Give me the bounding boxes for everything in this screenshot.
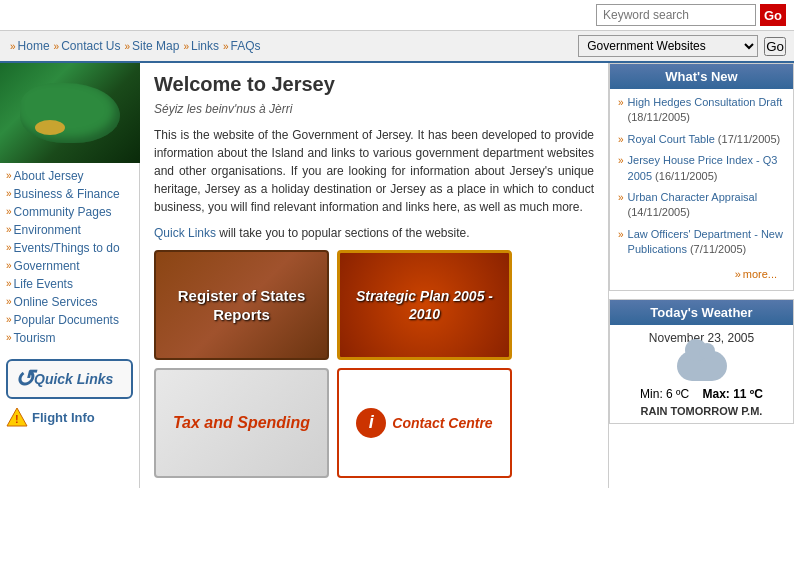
weather-icon-area	[618, 351, 785, 381]
search-input[interactable]	[596, 4, 756, 26]
flight-info-label: Flight Info	[32, 410, 95, 425]
map-island-shape	[20, 83, 120, 143]
flight-info-link[interactable]: ! Flight Info	[6, 407, 133, 427]
sidebar-item-life-events[interactable]: »Life Events	[0, 275, 139, 293]
sidebar-arrow: »	[6, 278, 12, 289]
news-link-royal-court[interactable]: Royal Court Table (17/11/2005)	[628, 132, 781, 147]
quick-links-box[interactable]: ↺ Quick Links	[6, 359, 133, 399]
weather-section: Today's Weather November 23, 2005 Min: 6…	[609, 299, 794, 424]
news-arrow-icon: »	[618, 192, 624, 203]
max-label: Max:	[703, 387, 730, 401]
government-websites-select[interactable]: Government WebsitesStates of JerseyHealt…	[578, 35, 758, 57]
banner-register[interactable]: Register of States Reports	[154, 250, 329, 360]
contact-i-icon: i	[356, 408, 386, 438]
sidebar-arrow: »	[6, 188, 12, 199]
quick-links-inline-link[interactable]: Quick Links	[154, 226, 216, 240]
map-water	[35, 120, 65, 135]
search-button[interactable]: Go	[760, 4, 786, 26]
sidebar-arrow: »	[6, 206, 12, 217]
sidebar-item-popular-documents[interactable]: »Popular Documents	[0, 311, 139, 329]
sidebar-item-tourism[interactable]: »Tourism	[0, 329, 139, 347]
banner-contact-centre[interactable]: i Contact Centre	[337, 368, 512, 478]
nav-arrow-home: »	[10, 41, 16, 52]
sidebar-item-business-finance[interactable]: »Business & Finance	[0, 185, 139, 203]
whats-new-section: What's New » High Hedges Consultation Dr…	[609, 63, 794, 291]
weather-temps: Min: 6 ºC Max: 11 ºC	[618, 387, 785, 401]
weather-description: RAIN TOMORROW P.M.	[618, 405, 785, 417]
sidebar-arrow: »	[6, 242, 12, 253]
content-area: Welcome to Jersey Séyiz les beinv'nus à …	[140, 63, 609, 488]
sidebar-arrow: »	[6, 332, 12, 343]
quick-links-text: Quick Links will take you to popular sec…	[154, 224, 594, 242]
weather-cloud-icon	[677, 351, 727, 381]
sidebar-arrow: »	[6, 224, 12, 235]
sidebar-nav: »About Jersey »Business & Finance »Commu…	[0, 163, 139, 351]
sidebar-arrow: »	[6, 314, 12, 325]
max-temp: 11 ºC	[733, 387, 763, 401]
weather-header: Today's Weather	[610, 300, 793, 325]
jersey-map-image	[0, 63, 140, 163]
news-item-urban-character: » Urban Character Appraisal (14/11/2005)	[618, 190, 785, 221]
page-subtitle: Séyiz les beinv'nus à Jèrri	[154, 100, 594, 118]
news-link-urban-character[interactable]: Urban Character Appraisal (14/11/2005)	[628, 190, 785, 221]
min-label: Min:	[640, 387, 663, 401]
banners-area: Register of States Reports Strategic Pla…	[154, 250, 594, 478]
news-item-jersey-house-price: » Jersey House Price Index - Q3 2005 (16…	[618, 153, 785, 184]
news-arrow-icon: »	[618, 134, 624, 145]
page-title: Welcome to Jersey	[154, 73, 594, 96]
whats-new-header: What's New	[610, 64, 793, 89]
whats-new-body: » High Hedges Consultation Draft (18/11/…	[610, 89, 793, 290]
right-panel: What's New » High Hedges Consultation Dr…	[609, 63, 794, 488]
quick-links-label: ↺ Quick Links	[14, 365, 125, 393]
sidebar-item-community-pages[interactable]: »Community Pages	[0, 203, 139, 221]
intro-text: This is the website of the Government of…	[154, 126, 594, 216]
sidebar: »About Jersey »Business & Finance »Commu…	[0, 63, 140, 488]
search-go-icon: Go	[764, 8, 782, 23]
news-arrow-icon: »	[618, 229, 624, 240]
sidebar-item-government[interactable]: »Government	[0, 257, 139, 275]
news-link-high-hedges[interactable]: High Hedges Consultation Draft (18/11/20…	[628, 95, 785, 126]
quick-links-swirl-icon: ↺	[14, 365, 34, 393]
sidebar-item-environment[interactable]: »Environment	[0, 221, 139, 239]
more-link[interactable]: » more...	[626, 268, 777, 280]
navbar: » Home » Contact Us » Site Map » Links »…	[0, 31, 794, 63]
news-item-law-officers: » Law Officers' Department - New Publica…	[618, 227, 785, 258]
gov-go-button[interactable]: Go	[764, 37, 786, 56]
banner-strategic-plan[interactable]: Strategic Plan 2005 - 2010	[337, 250, 512, 360]
news-link-law-officers[interactable]: Law Officers' Department - New Publicati…	[628, 227, 785, 258]
weather-body: November 23, 2005 Min: 6 ºC Max: 11 ºC R…	[610, 325, 793, 423]
search-box: Go	[596, 4, 786, 26]
nav-faqs[interactable]: FAQs	[231, 39, 261, 53]
sidebar-arrow: »	[6, 260, 12, 271]
more-chevron-icon: »	[735, 268, 741, 280]
sidebar-item-online-services[interactable]: »Online Services	[0, 293, 139, 311]
news-link-jersey-house-price[interactable]: Jersey House Price Index - Q3 2005 (16/1…	[628, 153, 785, 184]
sidebar-item-events[interactable]: »Events/Things to do	[0, 239, 139, 257]
sidebar-item-about-jersey[interactable]: »About Jersey	[0, 167, 139, 185]
nav-contact[interactable]: Contact Us	[61, 39, 120, 53]
nav-links[interactable]: Links	[191, 39, 219, 53]
svg-text:!: !	[15, 413, 19, 425]
nav-home[interactable]: Home	[18, 39, 50, 53]
nav-right: Government WebsitesStates of JerseyHealt…	[578, 35, 786, 57]
sidebar-arrow: »	[6, 170, 12, 181]
nav-sitemap[interactable]: Site Map	[132, 39, 179, 53]
banner-tax-spending[interactable]: Tax and Spending	[154, 368, 329, 478]
min-temp: 6 ºC	[666, 387, 689, 401]
header: Go	[0, 0, 794, 31]
news-arrow-icon: »	[618, 97, 624, 108]
news-arrow-icon: »	[618, 155, 624, 166]
warning-triangle-icon: !	[6, 407, 28, 427]
news-item-royal-court: » Royal Court Table (17/11/2005)	[618, 132, 785, 147]
main-layout: »About Jersey »Business & Finance »Commu…	[0, 63, 794, 488]
sidebar-arrow: »	[6, 296, 12, 307]
news-item-high-hedges: » High Hedges Consultation Draft (18/11/…	[618, 95, 785, 126]
more-link-area: » more...	[618, 264, 785, 284]
